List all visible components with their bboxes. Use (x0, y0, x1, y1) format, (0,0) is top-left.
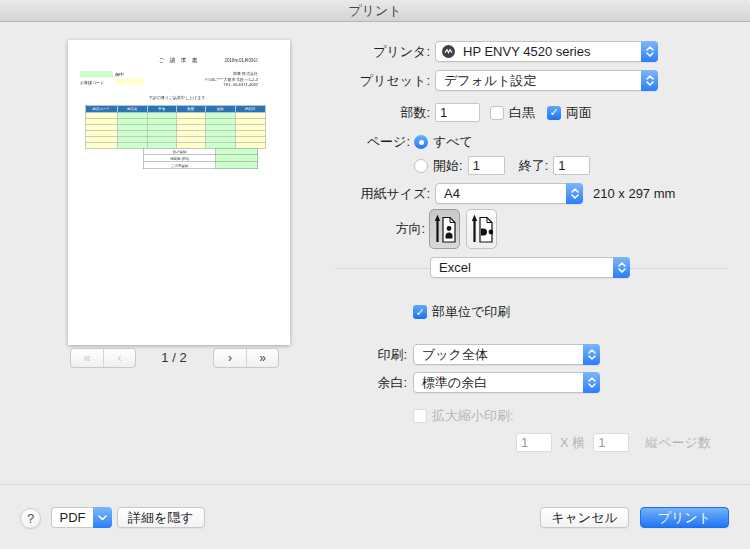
pdf-menu-button[interactable]: PDF (51, 507, 112, 528)
paper-dimensions: 210 x 297 mm (593, 186, 675, 201)
orientation-label: 方向: (335, 220, 425, 238)
window-title: プリント (348, 2, 401, 20)
paper-size-label: 用紙サイズ: (335, 185, 430, 203)
down-chevron-icon (93, 507, 112, 528)
collate-row: 部単位で印刷 (413, 303, 510, 321)
landscape-orientation-button[interactable] (466, 209, 497, 249)
two-sided-label: 両面 (566, 104, 592, 122)
up-down-chevrons-icon (583, 344, 600, 365)
scaling-wide-input[interactable] (516, 433, 552, 452)
portrait-orientation-button[interactable] (429, 209, 460, 249)
app-options-value: Excel (431, 260, 613, 275)
black-white-checkbox[interactable] (490, 106, 504, 120)
up-down-chevrons-icon (613, 257, 630, 278)
margins-value: 標準の余白 (414, 374, 583, 392)
portrait-icon (434, 214, 456, 244)
invoice-client-name-cell (80, 71, 113, 78)
preset-label: プリセット: (335, 72, 430, 90)
pages-all-row: ページ: すべて (335, 133, 473, 151)
footer-divider (0, 484, 750, 485)
invoice-client-honorific: 御中 (115, 72, 124, 79)
scaling-label: 拡大縮小印刷: (432, 407, 514, 425)
pdf-label: PDF (51, 507, 93, 528)
invoice-issuer-tel: TEL. 06-6371-4082 (204, 82, 258, 88)
margins-row: 余白: 標準の余白 (335, 372, 600, 393)
print-what-value: ブック全体 (414, 346, 583, 364)
invoice-summary-value-cell (216, 148, 258, 155)
help-button[interactable]: ? (20, 508, 41, 529)
scaling-row: 拡大縮小印刷: (413, 407, 514, 425)
printer-row: プリンタ: HP ENVY 4520 series (335, 41, 658, 62)
invoice-col-header: 金額 (205, 105, 235, 112)
pages-range-row: 開始: 終了: (414, 156, 590, 175)
scaling-by-label: X 横 (560, 434, 585, 452)
paper-size-row: 用紙サイズ: A4 210 x 297 mm (335, 183, 675, 204)
app-options-row: Excel (430, 257, 630, 278)
paper-size-select[interactable]: A4 (435, 183, 583, 204)
margins-select[interactable]: 標準の余白 (413, 372, 600, 393)
invoice-summary-row: 消費税 (8%) (143, 155, 258, 162)
print-what-label: 印刷: (335, 346, 407, 364)
two-sided-checkbox[interactable] (547, 106, 561, 120)
invoice-col-header: 商品名 (117, 105, 147, 112)
invoice-col-header: 数量 (176, 105, 205, 112)
landscape-icon (471, 214, 493, 244)
print-what-select[interactable]: ブック全体 (413, 344, 600, 365)
print-dialog: プリント ご 請 求 書 2018年01月09日 御中 お客様コード 和菓 株式… (0, 0, 750, 549)
invoice-header-row: 商品コード 商品名 単価 数量 金額 納品日 (85, 105, 265, 112)
invoice-table: 商品コード 商品名 単価 数量 金額 納品日 (85, 105, 266, 149)
app-options-select[interactable]: Excel (430, 257, 630, 278)
pages-to-label: 終了: (519, 157, 549, 175)
page-nav-back-group: « ‹ (70, 348, 136, 368)
first-page-button[interactable]: « (71, 349, 103, 367)
up-down-chevrons-icon (641, 41, 658, 62)
invoice-date: 2018年01月09日 (224, 58, 258, 65)
invoice-summary-label: 合計金額 (143, 148, 216, 155)
printer-icon (442, 45, 455, 58)
invoice-customer-code-label: お客様コード (80, 80, 104, 86)
scaling-pages-label: 縦ページ数 (645, 434, 711, 452)
invoice-summary-label: 消費税 (8%) (143, 155, 216, 162)
scaling-checkbox[interactable] (413, 409, 427, 423)
invoice-summary-value-cell (216, 155, 258, 162)
printer-value: HP ENVY 4520 series (455, 44, 641, 59)
print-what-row: 印刷: ブック全体 (335, 344, 600, 365)
preset-select[interactable]: デフォルト設定 (435, 70, 658, 91)
invoice-col-header: 商品コード (85, 105, 117, 112)
pages-all-label: すべて (433, 133, 473, 151)
paper-size-value: A4 (436, 186, 566, 201)
invoice-summary-label: ご請求金額 (143, 162, 216, 169)
invoice-col-header: 納品日 (235, 105, 265, 112)
collate-label: 部単位で印刷 (432, 303, 510, 321)
hide-details-button[interactable]: 詳細を隠す (117, 507, 205, 528)
pages-all-radio[interactable] (414, 135, 428, 149)
cancel-button[interactable]: キャンセル (540, 507, 629, 528)
preset-value: デフォルト設定 (436, 72, 641, 90)
printer-select[interactable]: HP ENVY 4520 series (435, 41, 658, 62)
preset-row: プリセット: デフォルト設定 (335, 70, 658, 91)
up-down-chevrons-icon (566, 183, 583, 204)
invoice-issuer-block: 和菓 株式会社 〒530-**** 大阪市北区○○1-2-3 TEL. 06-6… (204, 71, 258, 88)
pages-range-radio[interactable] (414, 159, 428, 173)
up-down-chevrons-icon (583, 372, 600, 393)
copies-input[interactable] (435, 103, 480, 122)
pages-to-input[interactable] (553, 156, 590, 175)
invoice-document: ご 請 求 書 2018年01月09日 御中 お客様コード 和菓 株式会社 〒5… (68, 40, 290, 345)
invoice-summary-value-cell (216, 162, 258, 169)
up-down-chevrons-icon (641, 70, 658, 91)
page-indicator: 1 / 2 (135, 350, 213, 365)
pages-from-input[interactable] (468, 156, 505, 175)
previous-page-button[interactable]: ‹ (103, 349, 135, 367)
invoice-summary: 合計金額 消費税 (8%) ご請求金額 (143, 148, 258, 169)
scaling-tall-input[interactable] (593, 433, 629, 452)
black-white-label: 白黒 (509, 104, 535, 122)
orientation-row: 方向: (335, 209, 497, 249)
page-nav-forward-group: › » (213, 348, 279, 368)
next-page-button[interactable]: › (214, 349, 246, 367)
pages-label: ページ: (335, 133, 410, 151)
last-page-button[interactable]: » (246, 349, 278, 367)
pages-from-label: 開始: (433, 157, 463, 175)
copies-label: 部数: (335, 104, 430, 122)
print-button[interactable]: プリント (640, 507, 729, 528)
collate-checkbox[interactable] (413, 305, 427, 319)
